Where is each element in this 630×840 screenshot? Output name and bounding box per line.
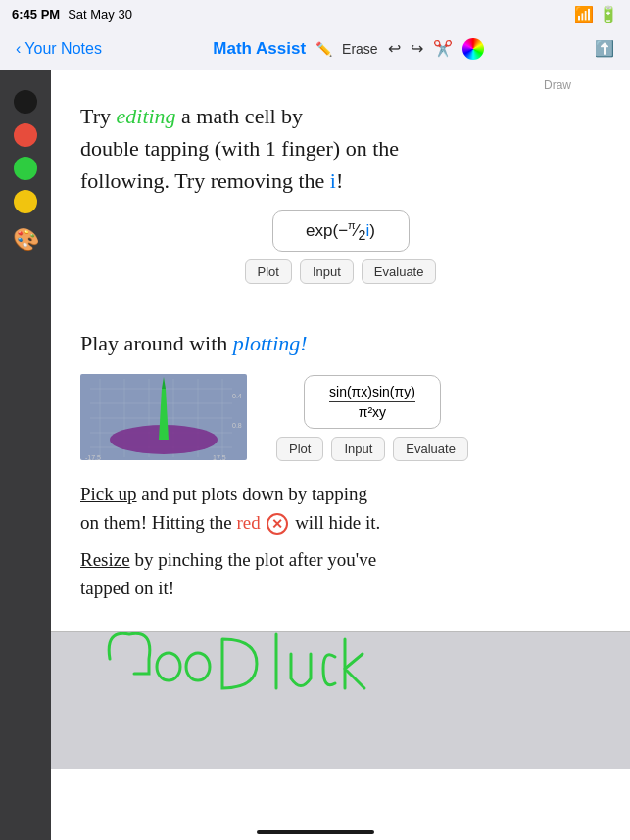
nav-title-area: Math Assist ✏️ Erase ↩ ↪ ✂️: [213, 38, 483, 60]
red-x-icon: ✕: [267, 513, 288, 535]
redo-icon[interactable]: ↪: [411, 39, 423, 58]
erase-button[interactable]: Erase: [342, 41, 378, 57]
note-canvas[interactable]: Draw Try editing a math cell by double t…: [51, 70, 630, 840]
good-luck-svg: [90, 631, 433, 737]
pickup-underline: Pick up: [80, 484, 137, 504]
good-luck-text: [90, 631, 433, 749]
formula-numerator: sin(πx)sin(πy): [329, 384, 415, 402]
editing-word: editing: [117, 104, 176, 128]
i-letter: i: [330, 168, 336, 193]
plot-container[interactable]: -17.5 17.5 0.8 0.4: [80, 369, 257, 467]
section1-line1: Try editing a math cell by: [80, 100, 601, 132]
section3-line3: Resize by pinching the plot after you've: [80, 546, 601, 575]
3d-plot[interactable]: -17.5 17.5 0.8 0.4: [80, 369, 252, 462]
battery-icon: 🔋: [599, 5, 618, 23]
content-wrapper: 🎨 Draw Try editing a math cell by double…: [0, 70, 630, 840]
math-buttons-1: Plot Input Evaluate: [245, 259, 437, 284]
formula-box: sin(πx)sin(πy) π²xy: [304, 375, 441, 429]
note-content: Draw Try editing a math cell by double t…: [51, 70, 630, 631]
status-date: Sat May 30: [68, 7, 132, 22]
nav-bar: ‹ Your Notes Math Assist ✏️ Erase ↩ ↪ ✂️…: [0, 27, 630, 70]
formula-denominator: π²xy: [359, 404, 386, 420]
wifi-icon: 📶: [574, 5, 594, 23]
section1-line3: following. Try removing the i!: [80, 164, 601, 197]
red-word: red: [236, 512, 260, 533]
nav-title: Math Assist: [213, 39, 306, 59]
svg-text:-17.5: -17.5: [85, 454, 101, 461]
back-label: Your Notes: [24, 40, 102, 58]
math-expression-1: exp(−π⁄2i): [272, 210, 410, 252]
pencil-icon: ✏️: [315, 41, 332, 57]
section1-line2: double tapping (with 1 finger) on the: [80, 132, 601, 164]
plot-button-2[interactable]: Plot: [276, 437, 323, 461]
plotting-word: plotting!: [233, 331, 308, 355]
back-button[interactable]: ‹ Your Notes: [16, 40, 102, 58]
status-bar: 6:45 PM Sat May 30 📶 🔋: [0, 0, 630, 27]
section3-text: Pick up and put plots down by tapping on…: [80, 481, 601, 602]
svg-text:17.5: 17.5: [213, 454, 226, 461]
svg-point-19: [157, 653, 180, 680]
chevron-left-icon: ‹: [16, 40, 21, 58]
palette-icon[interactable]: 🎨: [13, 227, 38, 253]
share-icon[interactable]: ⬆️: [595, 39, 614, 58]
formula-panel: sin(πx)sin(πy) π²xy Plot Input Evaluate: [276, 375, 468, 461]
evaluate-button-1[interactable]: Evaluate: [362, 259, 437, 284]
input-button-1[interactable]: Input: [300, 259, 354, 284]
status-time: 6:45 PM: [12, 7, 60, 22]
home-indicator: [257, 830, 374, 834]
input-button-2[interactable]: Input: [331, 437, 385, 461]
section1-text: Try editing a math cell by double tappin…: [80, 100, 601, 197]
section3-line2: on them! Hitting the red ✕ will hide it.: [80, 509, 601, 537]
bottom-section: [51, 631, 630, 769]
scissors-icon[interactable]: ✂️: [433, 39, 453, 58]
math-cell-1[interactable]: exp(−π⁄2i) Plot Input Evaluate: [233, 210, 449, 284]
status-icons: 📶 🔋: [574, 5, 618, 23]
color-wheel[interactable]: [462, 38, 484, 60]
plot-section: -17.5 17.5 0.8 0.4 sin(πx)sin(πy) π²xy: [80, 369, 601, 467]
plot-button-1[interactable]: Plot: [245, 259, 292, 284]
evaluate-button-2[interactable]: Evaluate: [393, 437, 468, 461]
svg-text:0.8: 0.8: [232, 422, 242, 429]
left-sidebar: 🎨: [0, 70, 51, 840]
undo-icon[interactable]: ↩: [388, 39, 401, 58]
color-red[interactable]: [14, 123, 37, 147]
color-black[interactable]: [14, 90, 37, 114]
section2-line1: Play around with plotting!: [80, 327, 601, 359]
section3-line4: tapped on it!: [80, 575, 601, 603]
draw-label: Draw: [544, 78, 571, 92]
svg-point-20: [186, 653, 210, 680]
color-green[interactable]: [14, 157, 37, 180]
resize-underline: Resize: [80, 549, 130, 570]
svg-text:0.4: 0.4: [232, 393, 242, 399]
math-buttons-2: Plot Input Evaluate: [276, 437, 468, 461]
section3-line1: Pick up and put plots down by tapping: [80, 481, 601, 509]
formula-fraction: sin(πx)sin(πy) π²xy: [320, 384, 424, 420]
color-yellow[interactable]: [14, 190, 37, 213]
section2-text: Play around with plotting!: [80, 327, 601, 359]
